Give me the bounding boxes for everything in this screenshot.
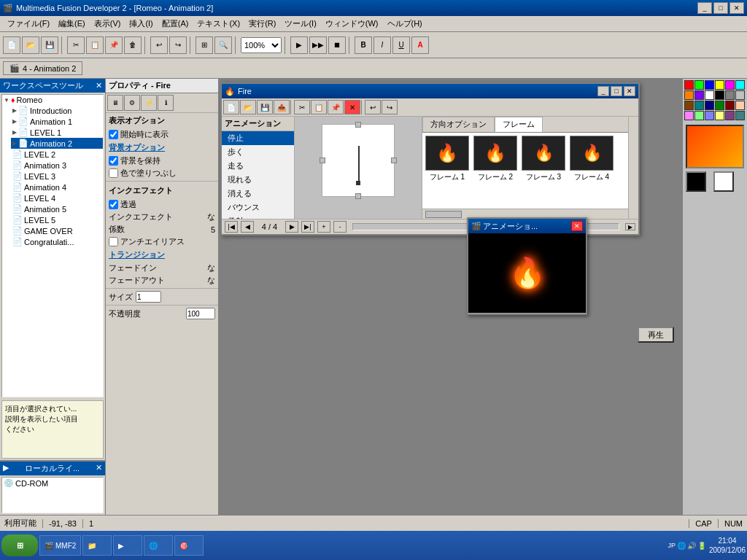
frame-item-1[interactable]: 🔥 フレーム 1 [425, 136, 469, 206]
copy-button[interactable]: 📋 [86, 36, 104, 54]
open-anim-btn[interactable]: 📂 [240, 100, 256, 114]
dir-up[interactable] [355, 122, 361, 128]
swatch-green[interactable] [694, 80, 704, 90]
workspace-close-icon[interactable]: ✕ [96, 81, 102, 90]
white-swatch[interactable] [713, 171, 734, 192]
black-swatch[interactable] [686, 171, 706, 192]
last-frame-btn[interactable]: ▶| [301, 221, 314, 233]
minimize-button[interactable]: _ [697, 2, 712, 14]
anim-item-disappear[interactable]: 消える [222, 187, 294, 201]
first-frame-btn[interactable]: |◀ [225, 221, 238, 233]
swatch-black[interactable] [715, 90, 724, 100]
paste-button[interactable]: 📌 [105, 36, 123, 54]
tree-item-level4[interactable]: 📄 LEVEL 4 [11, 192, 103, 203]
undo-button[interactable]: ↩ [150, 36, 168, 54]
tree-item-animation4[interactable]: 📄 Animation 4 [11, 182, 103, 192]
transparent-checkbox[interactable] [109, 200, 118, 209]
frame-scroll-thumb[interactable] [425, 211, 462, 218]
tree-item-level3[interactable]: 📄 LEVEL 3 [11, 171, 103, 182]
swatch-plum[interactable] [725, 111, 735, 120]
remove-frame-btn[interactable]: - [333, 221, 347, 233]
dir-left[interactable] [320, 158, 325, 163]
tree-item-cdrom[interactable]: 💿 CD-ROM [2, 478, 103, 489]
taskbar-item-explorer[interactable]: 📁 [82, 535, 112, 556]
timeline-scroll-right[interactable]: ▶ [625, 223, 635, 230]
opacity-input[interactable] [186, 308, 215, 319]
next-frame-btn[interactable]: ▶ [285, 221, 298, 233]
bold-button[interactable]: B [355, 36, 372, 54]
save-anim-btn[interactable]: 💾 [257, 100, 273, 114]
bg-options-header[interactable]: 背景オプション [106, 141, 218, 155]
paste-anim-btn[interactable]: 📌 [328, 100, 344, 114]
cut-anim-btn[interactable]: ✂ [294, 100, 310, 114]
color-fill-checkbox[interactable] [109, 168, 118, 178]
cut-button[interactable]: ✂ [67, 36, 85, 54]
delete-button[interactable]: 🗑 [124, 36, 142, 54]
menu-arrange[interactable]: 配置(A) [158, 17, 193, 31]
direction-options-tab[interactable]: 方向オプション [422, 117, 495, 132]
props-about-btn[interactable]: ℹ [158, 95, 174, 111]
swatch-red[interactable] [684, 80, 694, 90]
swatch-yellow[interactable] [715, 80, 724, 90]
taskbar-item-app[interactable]: 🎯 [174, 535, 204, 556]
swatch-pink[interactable] [684, 111, 694, 120]
underline-button[interactable]: U [392, 36, 410, 54]
redo-button[interactable]: ↪ [169, 36, 187, 54]
swatch-brown[interactable] [684, 101, 694, 110]
swatch-lightyellow[interactable] [715, 111, 724, 120]
run2-button[interactable]: ▶▶ [309, 36, 327, 54]
tree-item-animation5[interactable]: 📄 Animation 5 [11, 203, 103, 214]
animation-tab[interactable]: 🎬 4 - Animation 2 [3, 61, 82, 75]
anim-item-walk[interactable]: 歩く [222, 145, 294, 159]
tree-root[interactable]: ▼ ♦ Romeo [2, 95, 103, 105]
zoom-button[interactable]: 🔍 [214, 36, 232, 54]
tree-item-animation1[interactable]: ▶ 📄 Animation 1 [11, 116, 103, 127]
anim-dialog-minimize[interactable]: _ [597, 86, 609, 96]
new-anim-btn[interactable]: 📄 [223, 100, 239, 114]
delete-anim-btn[interactable]: ✕ [344, 100, 360, 114]
local-close-icon[interactable]: ✕ [96, 463, 102, 474]
menu-view[interactable]: 表示(V) [90, 17, 125, 31]
menu-edit[interactable]: 編集(E) [54, 17, 90, 31]
anim-item-bounce[interactable]: バウンス [222, 201, 294, 214]
swatch-lightgreen[interactable] [694, 111, 704, 120]
menu-run[interactable]: 実行(R) [244, 17, 280, 31]
mini-dialog-close[interactable]: ✕ [571, 221, 583, 231]
menu-text[interactable]: テキスト(X) [193, 17, 244, 31]
props-events-btn[interactable]: ⚡ [141, 95, 157, 111]
prev-frame-btn[interactable]: ◀ [241, 221, 254, 233]
swatch-darkteal[interactable] [735, 111, 745, 120]
tree-item-animation2[interactable]: ▶ 📄 Animation 2 [11, 138, 103, 149]
italic-button[interactable]: I [374, 36, 391, 54]
taskbar-item-browser[interactable]: 🌐 [144, 535, 173, 556]
color-text-button[interactable]: A [411, 36, 429, 54]
swatch-blue[interactable] [705, 80, 714, 90]
props-display-btn[interactable]: 🖥 [107, 95, 123, 111]
menu-insert[interactable]: 挿入(I) [125, 17, 157, 31]
antialias-checkbox[interactable] [109, 237, 118, 246]
show-on-start-checkbox[interactable] [109, 130, 118, 139]
run-button[interactable]: ▶ [290, 36, 308, 54]
swatch-magenta[interactable] [725, 80, 735, 90]
anim-item-stop[interactable]: 停止 [222, 131, 294, 145]
menu-tools[interactable]: ツール(I) [280, 17, 320, 31]
anim-item-shoot[interactable]: 発射 [222, 214, 294, 219]
dir-right[interactable] [391, 158, 397, 163]
swatch-darkgreen[interactable] [715, 101, 724, 110]
save-button[interactable]: 💾 [41, 36, 58, 54]
export-anim-btn[interactable]: 📤 [274, 100, 290, 114]
frame-item-4[interactable]: 🔥 フレーム 4 [570, 136, 614, 206]
tree-item-level5[interactable]: 📄 LEVEL 5 [11, 214, 103, 225]
dir-down[interactable] [355, 193, 361, 199]
tree-item-congratulations[interactable]: 📄 Congratulati... [11, 236, 103, 247]
undo-anim-btn[interactable]: ↩ [365, 100, 381, 114]
swatch-lightgray[interactable] [735, 90, 745, 100]
start-button[interactable]: ⊞ [1, 534, 38, 556]
taskbar-item-mmf[interactable]: 🎬 MMF2 [39, 535, 81, 556]
frames-scrollbar[interactable] [628, 117, 638, 219]
swatch-white[interactable] [705, 90, 714, 100]
taskbar-item-media[interactable]: ▶ [113, 535, 142, 556]
swatch-cyan[interactable] [735, 80, 745, 90]
tree-item-level1[interactable]: ▶ 📄 LEVEL 1 [11, 127, 103, 138]
menu-help[interactable]: ヘルプ(H) [383, 17, 427, 31]
